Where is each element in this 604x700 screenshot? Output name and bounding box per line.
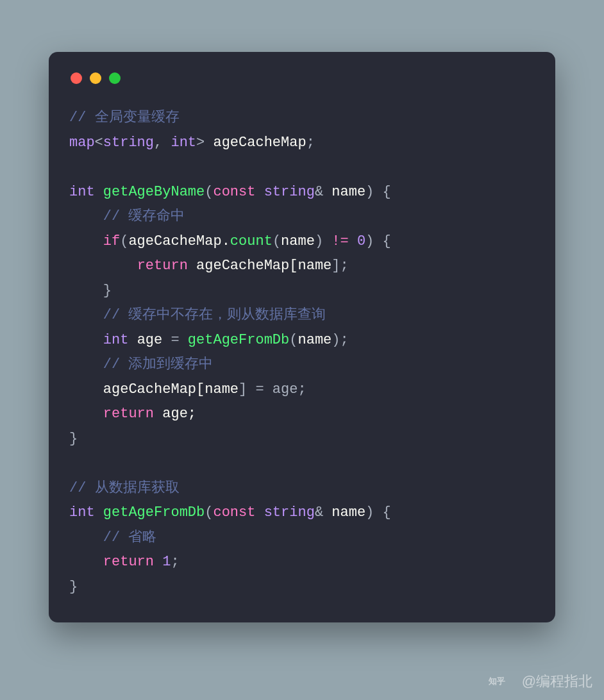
code-token: string <box>264 504 315 521</box>
code-token <box>349 233 357 249</box>
watermark: 知乎 @编程指北 <box>489 672 592 691</box>
code-token: int <box>171 135 196 151</box>
code-token: ageCacheMap <box>213 135 306 151</box>
code-token: const <box>213 184 264 200</box>
code-token: ageCacheMap[ <box>69 381 205 397</box>
code-token: = <box>171 332 187 348</box>
code-token: // 省略 <box>69 529 156 546</box>
close-icon[interactable] <box>71 72 82 84</box>
code-token <box>69 554 103 570</box>
maximize-icon[interactable] <box>109 72 121 84</box>
code-token: ) { <box>365 504 391 521</box>
code-token: return <box>103 406 162 422</box>
code-token: string <box>103 135 154 151</box>
code-token: map <box>69 135 95 151</box>
code-token: // 从数据库获取 <box>69 480 180 496</box>
code-token: return <box>103 554 162 570</box>
code-token: ( <box>205 184 213 200</box>
code-token: ]; <box>331 258 348 274</box>
code-token: // 缓存命中 <box>69 208 185 224</box>
code-token: & <box>315 504 331 521</box>
code-token: ageCacheMap. <box>128 233 230 249</box>
code-token: getAgeFromDb <box>188 332 289 348</box>
code-token: ; <box>306 135 315 151</box>
code-token: count <box>230 233 273 249</box>
code-token: != <box>331 233 348 249</box>
code-token: 0 <box>357 233 365 249</box>
code-token: name <box>331 504 365 521</box>
code-token: age; <box>162 406 196 422</box>
svg-text:知乎: 知乎 <box>489 676 505 686</box>
code-token: // 添加到缓存中 <box>69 356 213 372</box>
code-token: & <box>315 184 331 200</box>
code-window: // 全局变量缓存 map<string, int> ageCacheMap; … <box>49 52 555 622</box>
code-token: int <box>69 504 103 521</box>
code-block: // 全局变量缓存 map<string, int> ageCacheMap; … <box>69 106 535 599</box>
code-token: int <box>103 332 137 348</box>
code-token: } <box>69 579 78 595</box>
code-token: ; <box>171 554 179 570</box>
code-token: string <box>264 184 315 200</box>
code-token: } <box>69 431 78 447</box>
code-token: // 全局变量缓存 <box>69 110 180 126</box>
zhihu-logo-icon: 知乎 <box>489 675 517 688</box>
code-token: , <box>154 135 171 151</box>
code-token <box>69 233 103 249</box>
code-token: getAgeByName <box>103 184 205 200</box>
code-token: ) { <box>365 184 391 200</box>
code-token: ) { <box>365 233 391 249</box>
code-token: age <box>137 332 171 348</box>
code-token: return <box>137 258 196 274</box>
code-token: ] = age; <box>239 381 306 397</box>
code-token: } <box>69 283 112 299</box>
code-token <box>69 406 103 422</box>
code-token <box>69 332 103 348</box>
code-token: const <box>213 504 264 521</box>
code-token: getAgeFromDb <box>103 504 205 521</box>
code-token: ) <box>315 233 331 249</box>
code-token: < <box>95 135 103 151</box>
code-token: name <box>298 332 331 348</box>
code-token: ageCacheMap[ <box>196 258 298 274</box>
code-token: ( <box>289 332 298 348</box>
minimize-icon[interactable] <box>90 72 101 84</box>
code-token: name <box>281 233 315 249</box>
code-token: // 缓存中不存在，则从数据库查询 <box>69 307 326 323</box>
code-token: ); <box>331 332 348 348</box>
code-token: if <box>103 233 120 249</box>
window-controls <box>71 72 535 84</box>
watermark-text: @编程指北 <box>522 672 592 691</box>
code-token: 1 <box>162 554 171 570</box>
code-token: name <box>298 258 331 274</box>
code-token: name <box>205 381 239 397</box>
code-token: ( <box>120 233 128 249</box>
code-token: ( <box>205 504 213 521</box>
code-token: int <box>69 184 103 200</box>
code-token: ( <box>273 233 281 249</box>
code-token: > <box>196 135 213 151</box>
code-token <box>69 258 137 274</box>
code-token: name <box>331 184 365 200</box>
